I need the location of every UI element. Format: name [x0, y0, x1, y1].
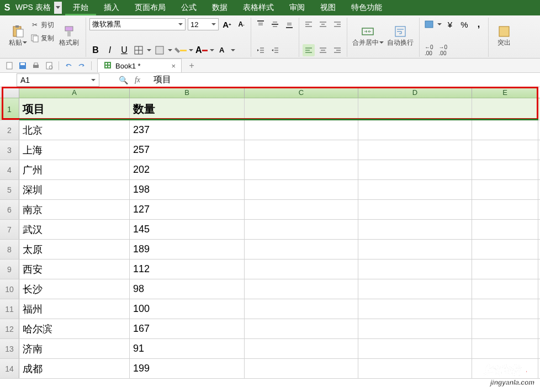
formula-input[interactable]: 项目 — [142, 74, 171, 86]
currency-button[interactable]: ¥ — [444, 18, 456, 30]
col-header-a[interactable]: A — [19, 87, 130, 98]
chevron-down-icon[interactable] — [168, 49, 172, 51]
cell[interactable] — [245, 140, 358, 160]
font-color-button[interactable]: A — [195, 44, 208, 56]
align-justify-center-icon[interactable] — [317, 44, 329, 56]
print-icon[interactable] — [30, 60, 42, 72]
app-menu-dropdown[interactable] — [54, 2, 62, 14]
cell[interactable] — [358, 140, 472, 160]
cell[interactable]: 南京 — [19, 200, 130, 219]
italic-button[interactable]: I — [104, 44, 116, 56]
cell[interactable] — [472, 319, 538, 338]
cell[interactable] — [472, 220, 538, 239]
tab-review[interactable]: 审阅 — [282, 0, 313, 15]
chevron-down-icon[interactable] — [189, 49, 193, 51]
cell[interactable] — [245, 299, 358, 319]
font-style-button[interactable]: A — [216, 44, 229, 56]
select-all-corner[interactable] — [0, 87, 19, 98]
font-name-select[interactable]: 微软雅黑 — [89, 18, 186, 30]
cell[interactable] — [245, 259, 358, 279]
name-box[interactable]: A1 — [17, 73, 99, 87]
cell[interactable] — [358, 299, 472, 319]
cell[interactable] — [245, 120, 358, 140]
align-left-icon[interactable] — [303, 18, 315, 30]
cell[interactable] — [358, 339, 472, 358]
cell[interactable]: 济南 — [19, 339, 130, 358]
cell[interactable]: 西安 — [19, 259, 130, 279]
tab-start[interactable]: 开始 — [65, 0, 96, 15]
row-header[interactable]: 7 — [0, 220, 19, 239]
chevron-down-icon[interactable] — [231, 49, 235, 51]
cell[interactable] — [358, 240, 472, 259]
align-middle-icon[interactable] — [269, 18, 281, 30]
row-header[interactable]: 12 — [0, 319, 19, 338]
undo-icon[interactable] — [62, 60, 75, 72]
cell[interactable]: 189 — [130, 240, 245, 259]
decrease-indent-icon[interactable] — [255, 44, 267, 56]
chevron-down-icon[interactable] — [147, 49, 151, 51]
cell[interactable] — [472, 180, 538, 199]
tab-data[interactable]: 数据 — [204, 0, 235, 15]
workbook-tab[interactable]: Book1 * × — [97, 59, 182, 72]
row-header[interactable]: 11 — [0, 299, 19, 319]
cell[interactable] — [472, 259, 538, 279]
cell[interactable] — [358, 220, 472, 239]
cell[interactable]: 武汉 — [19, 220, 130, 239]
cell[interactable]: 237 — [130, 120, 245, 140]
add-tab-button[interactable]: + — [185, 59, 198, 72]
cell[interactable] — [358, 98, 472, 120]
close-tab-icon[interactable]: × — [172, 62, 176, 70]
cell[interactable]: 福州 — [19, 299, 130, 319]
cell[interactable]: 长沙 — [19, 279, 130, 299]
cell[interactable]: 哈尔滨 — [19, 319, 130, 338]
cell[interactable] — [245, 339, 358, 358]
cell[interactable] — [358, 279, 472, 299]
fx-icon[interactable]: fx — [133, 75, 142, 85]
percent-button[interactable]: % — [458, 18, 470, 30]
auto-wrap-button[interactable]: 自动换行 — [385, 18, 416, 54]
cell[interactable] — [472, 200, 538, 219]
col-header-d[interactable]: D — [358, 87, 472, 98]
cell[interactable] — [245, 160, 358, 179]
cell[interactable]: 成都 — [19, 359, 130, 378]
cell[interactable] — [472, 160, 538, 179]
increase-indent-icon[interactable] — [269, 44, 281, 56]
cell[interactable] — [472, 339, 538, 358]
cell[interactable]: 202 — [130, 160, 245, 179]
cell[interactable] — [245, 200, 358, 219]
row-header[interactable]: 2 — [0, 120, 19, 140]
cell[interactable] — [472, 98, 538, 120]
cell[interactable] — [358, 200, 472, 219]
cell[interactable] — [358, 160, 472, 179]
save-icon[interactable] — [17, 60, 29, 72]
cell[interactable]: 100 — [130, 299, 245, 319]
cell[interactable] — [245, 180, 358, 199]
cell[interactable]: 广州 — [19, 160, 130, 179]
tab-special[interactable]: 特色功能 — [343, 0, 390, 15]
cell[interactable]: 北京 — [19, 120, 130, 140]
row-header[interactable]: 1 — [0, 98, 19, 120]
cell[interactable]: 98 — [130, 279, 245, 299]
cell[interactable] — [472, 120, 538, 140]
cell[interactable] — [245, 359, 358, 378]
cell[interactable]: 167 — [130, 319, 245, 338]
border-button[interactable] — [133, 44, 145, 56]
align-justify-right-icon[interactable] — [331, 44, 343, 56]
align-top-icon[interactable] — [255, 18, 267, 30]
cell[interactable] — [358, 319, 472, 338]
bold-button[interactable]: B — [89, 44, 102, 56]
increase-decimal-button[interactable]: ←0.00 — [423, 44, 435, 56]
cell[interactable] — [358, 359, 472, 378]
chevron-down-icon[interactable] — [437, 23, 442, 25]
cell[interactable]: 198 — [130, 180, 245, 199]
cell[interactable] — [358, 259, 472, 279]
align-right-icon[interactable] — [331, 18, 343, 30]
cell[interactable] — [472, 140, 538, 160]
cell[interactable]: 太原 — [19, 240, 130, 259]
cell[interactable]: 127 — [130, 200, 245, 219]
tab-page-layout[interactable]: 页面布局 — [127, 0, 173, 15]
fill-color-button[interactable] — [174, 44, 187, 56]
decrease-font-icon[interactable]: A- — [235, 18, 247, 30]
tab-insert[interactable]: 插入 — [96, 0, 127, 15]
underline-button[interactable]: U — [118, 44, 130, 56]
